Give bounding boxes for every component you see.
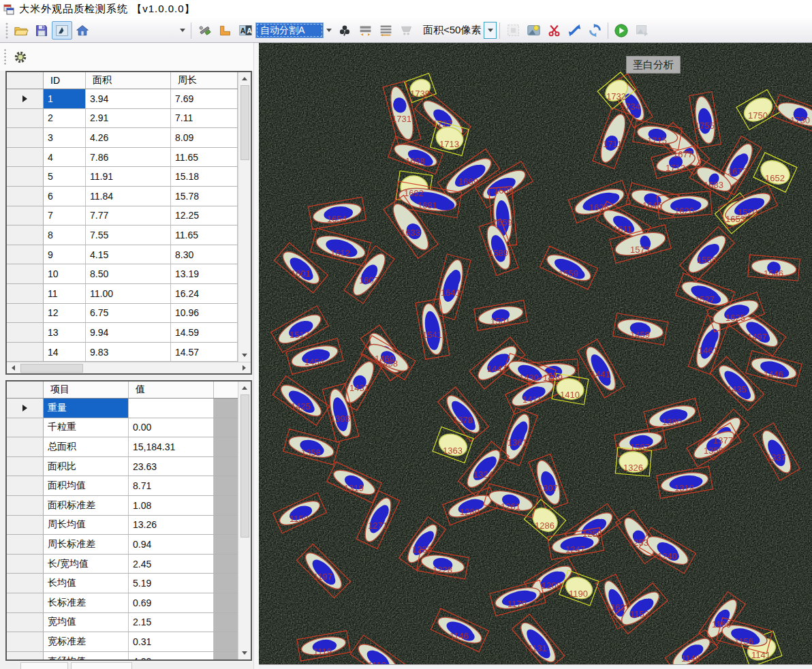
row-header[interactable]: [7, 437, 44, 456]
table-row[interactable]: 47.8611.65: [7, 148, 238, 168]
cell[interactable]: 面积比: [44, 457, 129, 476]
table-row[interactable]: 重量: [7, 399, 238, 418]
row-header[interactable]: [7, 264, 44, 283]
cell[interactable]: 6: [44, 187, 86, 206]
cell[interactable]: 8.09: [171, 128, 238, 147]
cell[interactable]: 4: [44, 148, 86, 167]
scroll-thumb[interactable]: [20, 364, 83, 373]
cell[interactable]: 3.94: [86, 89, 171, 108]
cell[interactable]: 1.08: [129, 496, 214, 515]
table-row[interactable]: 直径均值4.33: [7, 652, 238, 659]
row-header[interactable]: [7, 148, 44, 167]
cell[interactable]: 11.84: [86, 187, 171, 206]
scissors-button[interactable]: [544, 21, 564, 40]
cell[interactable]: 宽标准差: [44, 632, 129, 651]
image-adjust-button[interactable]: [523, 21, 544, 40]
cell[interactable]: 2.91: [86, 109, 171, 128]
cell[interactable]: 9.83: [86, 343, 171, 362]
scroll-up-button[interactable]: [240, 74, 250, 84]
cell[interactable]: 7.69: [171, 89, 238, 108]
row-header[interactable]: [7, 516, 44, 535]
row-header[interactable]: [7, 555, 44, 574]
cell[interactable]: 0.31: [129, 632, 214, 651]
cell[interactable]: 2.15: [129, 613, 214, 632]
table-row[interactable]: 94.158.30: [7, 245, 238, 265]
cell[interactable]: 13: [44, 323, 86, 342]
cell[interactable]: 1: [44, 89, 86, 108]
table-row[interactable]: 周长均值13.26: [7, 516, 238, 535]
toolbar-grip[interactable]: [5, 22, 9, 39]
save-button[interactable]: [31, 21, 52, 40]
row-header[interactable]: [7, 206, 44, 225]
table-row[interactable]: 108.5013.19: [7, 264, 238, 284]
row-header[interactable]: [7, 399, 44, 418]
scroll-left-button[interactable]: [8, 363, 18, 373]
table-row[interactable]: 34.268.09: [7, 128, 238, 148]
tab[interactable]: [71, 662, 132, 669]
column-header[interactable]: ID: [44, 72, 86, 89]
cell[interactable]: 9: [44, 245, 86, 264]
cell[interactable]: 7: [44, 206, 86, 225]
tab[interactable]: [20, 662, 68, 669]
cell[interactable]: 16.24: [171, 284, 238, 303]
column-header[interactable]: 面积: [86, 72, 171, 89]
measurement-table-hscrollbar[interactable]: [7, 362, 251, 373]
cell[interactable]: 周长标准差: [44, 535, 129, 554]
table-row[interactable]: 宽均值2.15: [7, 613, 238, 633]
cell[interactable]: 14: [44, 343, 86, 362]
cell[interactable]: 7.77: [86, 206, 171, 225]
row-header[interactable]: [7, 128, 44, 147]
cell[interactable]: 千粒重: [44, 418, 129, 437]
cell[interactable]: 15.18: [171, 167, 238, 186]
table-row[interactable]: 长/宽均值2.45: [7, 555, 238, 574]
scroll-up-button[interactable]: [240, 383, 250, 393]
table-row[interactable]: 22.917.11: [7, 109, 238, 129]
column-header[interactable]: 值: [129, 382, 214, 398]
cell[interactable]: 14.57: [171, 343, 238, 362]
measure-width-button[interactable]: [355, 21, 375, 40]
cell[interactable]: 长/宽均值: [44, 555, 129, 574]
cell[interactable]: 4.26: [86, 128, 171, 147]
cell[interactable]: 4.33: [129, 652, 214, 659]
row-header-corner[interactable]: [7, 72, 44, 89]
table-row[interactable]: 周长标准差0.94: [7, 535, 238, 555]
row-header[interactable]: [7, 225, 44, 245]
cell[interactable]: 11.91: [86, 167, 171, 186]
row-header[interactable]: [7, 89, 44, 108]
cell[interactable]: 长标准差: [44, 593, 129, 612]
row-header[interactable]: [7, 187, 44, 206]
row-header[interactable]: [7, 245, 44, 264]
cell[interactable]: 12.25: [171, 206, 238, 225]
row-header[interactable]: [7, 323, 44, 342]
open-folder-button[interactable]: [11, 21, 31, 40]
row-header[interactable]: [7, 476, 44, 495]
cell[interactable]: 2.45: [129, 555, 214, 574]
segmentation-combo-dropdown[interactable]: [324, 22, 334, 39]
table-row[interactable]: 总面积15,184.31: [7, 437, 238, 457]
home-button[interactable]: [72, 21, 93, 40]
measure-lines-button[interactable]: [375, 21, 396, 40]
cell[interactable]: 11: [44, 284, 86, 303]
row-header[interactable]: [7, 574, 44, 593]
column-header[interactable]: 项目: [44, 382, 129, 398]
cell[interactable]: [129, 399, 214, 418]
camera-combo-dropdown[interactable]: [177, 22, 188, 39]
row-header[interactable]: [7, 418, 44, 437]
cell[interactable]: 周长均值: [44, 516, 129, 535]
cell[interactable]: 7.86: [86, 148, 171, 167]
measurement-table-vscrollbar[interactable]: [238, 72, 251, 362]
scroll-right-button[interactable]: [239, 363, 249, 373]
row-header[interactable]: [7, 457, 44, 476]
row-header[interactable]: [7, 535, 44, 554]
table-row[interactable]: 长均值5.19: [7, 574, 238, 593]
table-row[interactable]: 87.5511.65: [7, 225, 238, 245]
row-header[interactable]: [7, 593, 44, 612]
table-row[interactable]: 139.9414.59: [7, 323, 238, 343]
row-header[interactable]: [7, 496, 44, 515]
cell[interactable]: 12: [44, 304, 86, 323]
cell[interactable]: 14.59: [171, 323, 238, 342]
row-header[interactable]: [7, 613, 44, 632]
cell[interactable]: 10: [44, 264, 86, 283]
cell[interactable]: 15.78: [171, 187, 238, 206]
refresh-button[interactable]: [584, 21, 605, 40]
